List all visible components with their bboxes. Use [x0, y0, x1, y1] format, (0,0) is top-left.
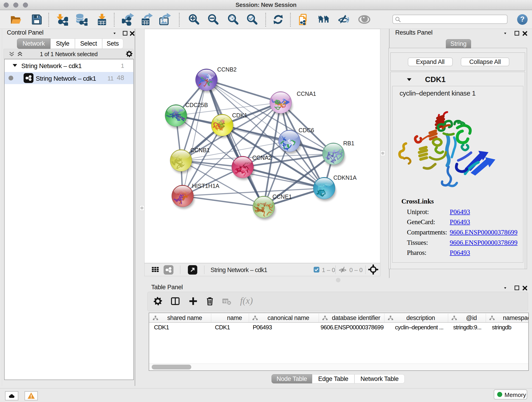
- svg-text:?: ?: [520, 15, 525, 23]
- svg-text:CCNE1: CCNE1: [272, 193, 292, 200]
- svg-text:CDK1: CDK1: [232, 112, 247, 119]
- svg-text:CDKN1A: CDKN1A: [333, 174, 357, 181]
- svg-text:RB1: RB1: [343, 140, 355, 147]
- svg-text:CDC25B: CDC25B: [185, 102, 208, 108]
- svg-text:CCNA1: CCNA1: [297, 90, 316, 97]
- svg-text:CCNA2: CCNA2: [252, 154, 272, 161]
- svg-text:CDC6: CDC6: [298, 127, 314, 133]
- svg-text:CCNB1: CCNB1: [190, 147, 210, 153]
- svg-text:CCNB2: CCNB2: [217, 66, 237, 73]
- svg-text:HIST1H1A: HIST1H1A: [192, 183, 220, 189]
